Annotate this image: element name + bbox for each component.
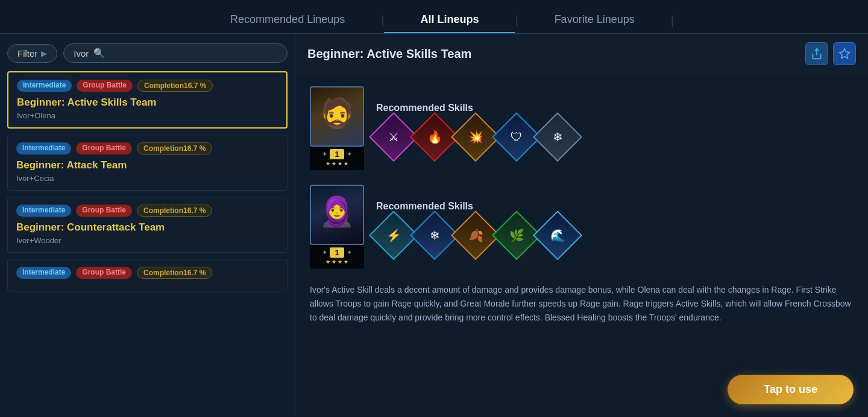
hero-1-row: 🧔 ✦ 1 ✦ ★ ★ ★ ★ xyxy=(310,86,854,170)
tag-intermediate-1: Intermediate xyxy=(17,80,72,92)
filter-row: Filter ▶ Ivor 🔍 xyxy=(7,43,288,63)
card-1-tags: Intermediate Group Battle Completion16.7… xyxy=(17,80,278,92)
right-header: Beginner: Active Skills Team xyxy=(295,34,868,74)
right-panel-title: Beginner: Active Skills Team xyxy=(307,47,471,61)
share-icon xyxy=(811,48,823,60)
hero-1-bottom: ✦ 1 ✦ ★ ★ ★ ★ xyxy=(310,147,364,170)
filter-arrow-icon: ▶ xyxy=(41,49,47,58)
tag-group-battle-1: Group Battle xyxy=(77,80,133,92)
tag-intermediate-3: Intermediate xyxy=(16,205,71,217)
card-4-tags: Intermediate Group Battle Completion16.7… xyxy=(16,267,278,279)
filter-button[interactable]: Filter ▶ xyxy=(7,44,57,63)
hero-2-face: 🧕 xyxy=(319,197,355,226)
hero-1-portrait: 🧔 xyxy=(310,86,364,147)
tag-intermediate-2: Intermediate xyxy=(16,142,71,154)
hero-1-level: 1 xyxy=(330,149,344,159)
lineup-card-2[interactable]: Intermediate Group Battle Completion16.7… xyxy=(7,135,288,191)
hero-1-skills-label: Recommended Skills xyxy=(376,103,854,113)
svg-marker-1 xyxy=(840,49,850,59)
hero-1-portrait-wrapper: 🧔 ✦ 1 ✦ ★ ★ ★ ★ xyxy=(310,86,364,170)
lineup-card-4[interactable]: Intermediate Group Battle Completion16.7… xyxy=(7,259,288,291)
tag-intermediate-4: Intermediate xyxy=(16,267,71,279)
card-3-subtitle: Ivor+Wooder xyxy=(16,236,278,245)
hero-2-row: 🧕 ✦ 1 ✦ ★ ★ ★ ★ xyxy=(310,185,854,269)
hero-2-portrait: 🧕 xyxy=(310,185,364,245)
card-2-tags: Intermediate Group Battle Completion16.7… xyxy=(16,142,278,154)
tap-to-use-button[interactable]: Tap to use xyxy=(728,375,854,404)
hero-2-level: 1 xyxy=(330,247,344,258)
header-icons xyxy=(805,42,856,65)
tab-favorite[interactable]: Favorite Lineups xyxy=(518,7,671,33)
favorite-button[interactable] xyxy=(833,42,856,65)
tab-recommended[interactable]: Recommended Lineups xyxy=(194,7,381,33)
tag-group-battle-2: Group Battle xyxy=(76,142,132,154)
nav-divider-3: | xyxy=(671,14,674,27)
tag-completion-4: Completion16.7 % xyxy=(137,267,212,279)
skill-gem-2-5: 🌊 xyxy=(533,210,582,259)
hero-2-skills-label: Recommended Skills xyxy=(376,201,854,212)
card-3-title: Beginner: Counterattack Team xyxy=(16,221,278,234)
tag-completion-2: Completion16.7 % xyxy=(137,142,212,154)
search-icon: 🔍 xyxy=(93,48,105,59)
share-button[interactable] xyxy=(805,42,828,65)
hero-1-stars: ★ ★ ★ ★ xyxy=(326,161,348,168)
tag-group-battle-3: Group Battle xyxy=(76,205,132,217)
left-panel: Filter ▶ Ivor 🔍 Intermediate Group Battl… xyxy=(0,34,295,416)
description-text: Ivor's Active Skill deals a decent amoun… xyxy=(310,283,854,325)
card-1-title: Beginner: Active Skills Team xyxy=(17,97,278,109)
star-icon xyxy=(838,48,851,60)
hero-2-bottom: ✦ 1 ✦ ★ ★ ★ ★ xyxy=(310,245,364,269)
right-content: 🧔 ✦ 1 ✦ ★ ★ ★ ★ xyxy=(295,74,868,337)
hero-2-skill-gems: ⚡ ❄ 🍂 🌿 🌊 xyxy=(376,218,854,253)
card-3-tags: Intermediate Group Battle Completion16.7… xyxy=(16,205,278,217)
tag-completion-3: Completion16.7 % xyxy=(137,205,212,217)
skill-gem-1-5: ❄ xyxy=(533,112,582,161)
card-1-subtitle: Ivor+Olena xyxy=(17,111,278,120)
hero-2-portrait-wrapper: 🧕 ✦ 1 ✦ ★ ★ ★ ★ xyxy=(310,185,364,269)
hero-1-face: 🧔 xyxy=(319,99,355,128)
card-2-title: Beginner: Attack Team xyxy=(16,159,278,171)
search-box[interactable]: Ivor 🔍 xyxy=(63,43,288,63)
tag-group-battle-4: Group Battle xyxy=(76,267,132,279)
search-value: Ivor xyxy=(74,48,89,59)
card-2-subtitle: Ivor+Cecia xyxy=(16,174,278,183)
hero-2-skills: Recommended Skills ⚡ ❄ 🍂 🌿 🌊 xyxy=(376,201,854,253)
lineup-card-1[interactable]: Intermediate Group Battle Completion16.7… xyxy=(7,71,288,129)
top-navigation: Recommended Lineups | All Lineups | Favo… xyxy=(0,0,868,34)
main-layout: Filter ▶ Ivor 🔍 Intermediate Group Battl… xyxy=(0,34,868,416)
hero-2-stars: ★ ★ ★ ★ xyxy=(326,259,348,266)
lineup-card-3[interactable]: Intermediate Group Battle Completion16.7… xyxy=(7,197,288,253)
tag-completion-1: Completion16.7 % xyxy=(137,80,213,92)
right-panel: Beginner: Active Skills Team xyxy=(295,34,868,416)
tab-all-lineups[interactable]: All Lineups xyxy=(384,7,515,33)
hero-1-skill-gems: ⚔ 🔥 💥 🛡 ❄ xyxy=(376,119,854,154)
hero-1-skills: Recommended Skills ⚔ 🔥 💥 🛡 ❄ xyxy=(376,103,854,154)
